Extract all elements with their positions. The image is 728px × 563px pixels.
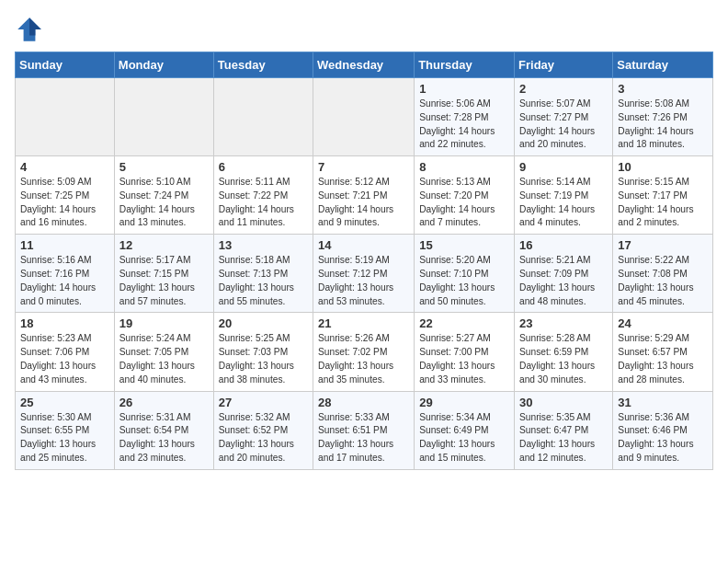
day-number: 15 (419, 238, 509, 252)
table-row: 10Sunrise: 5:15 AM Sunset: 7:17 PM Dayli… (613, 156, 713, 235)
day-number: 4 (20, 160, 109, 174)
weekday-header-friday: Friday (515, 52, 613, 78)
day-number: 31 (618, 396, 708, 409)
weekday-header-tuesday: Tuesday (213, 52, 313, 78)
table-row: 28Sunrise: 5:33 AM Sunset: 6:51 PM Dayli… (313, 391, 415, 469)
table-row: 20Sunrise: 5:25 AM Sunset: 7:03 PM Dayli… (213, 313, 313, 391)
day-number: 8 (419, 160, 509, 174)
page-header (15, 15, 713, 44)
table-row: 17Sunrise: 5:22 AM Sunset: 7:08 PM Dayli… (613, 235, 713, 313)
table-row: 2Sunrise: 5:07 AM Sunset: 7:27 PM Daylig… (515, 78, 613, 156)
day-info: Sunrise: 5:17 AM Sunset: 7:15 PM Dayligh… (119, 254, 209, 308)
day-info: Sunrise: 5:29 AM Sunset: 6:57 PM Dayligh… (618, 332, 708, 386)
day-number: 21 (318, 316, 409, 330)
day-info: Sunrise: 5:12 AM Sunset: 7:21 PM Dayligh… (318, 176, 409, 230)
table-row: 5Sunrise: 5:10 AM Sunset: 7:24 PM Daylig… (114, 156, 213, 235)
table-row (213, 78, 313, 156)
table-row: 13Sunrise: 5:18 AM Sunset: 7:13 PM Dayli… (213, 235, 313, 313)
table-row: 16Sunrise: 5:21 AM Sunset: 7:09 PM Dayli… (515, 235, 613, 313)
table-row: 14Sunrise: 5:19 AM Sunset: 7:12 PM Dayli… (313, 235, 415, 313)
table-row: 9Sunrise: 5:14 AM Sunset: 7:19 PM Daylig… (515, 156, 613, 235)
table-row: 12Sunrise: 5:17 AM Sunset: 7:15 PM Dayli… (114, 235, 213, 313)
weekday-header-saturday: Saturday (613, 52, 713, 78)
table-row: 25Sunrise: 5:30 AM Sunset: 6:55 PM Dayli… (16, 391, 115, 469)
day-info: Sunrise: 5:28 AM Sunset: 6:59 PM Dayligh… (519, 332, 608, 386)
day-number: 6 (219, 160, 308, 174)
day-number: 29 (419, 396, 509, 409)
calendar-body: 1Sunrise: 5:06 AM Sunset: 7:28 PM Daylig… (16, 78, 713, 470)
table-row: 1Sunrise: 5:06 AM Sunset: 7:28 PM Daylig… (415, 78, 515, 156)
day-number: 24 (618, 316, 708, 330)
day-info: Sunrise: 5:13 AM Sunset: 7:20 PM Dayligh… (419, 176, 509, 230)
day-number: 9 (519, 160, 608, 174)
day-info: Sunrise: 5:24 AM Sunset: 7:05 PM Dayligh… (119, 332, 209, 386)
day-number: 28 (318, 396, 409, 409)
day-info: Sunrise: 5:36 AM Sunset: 6:46 PM Dayligh… (618, 411, 708, 465)
day-info: Sunrise: 5:09 AM Sunset: 7:25 PM Dayligh… (20, 176, 109, 230)
table-row: 31Sunrise: 5:36 AM Sunset: 6:46 PM Dayli… (613, 391, 713, 469)
day-number: 27 (219, 396, 308, 409)
table-row: 19Sunrise: 5:24 AM Sunset: 7:05 PM Dayli… (114, 313, 213, 391)
logo (15, 15, 48, 44)
day-number: 3 (618, 82, 708, 96)
day-number: 22 (419, 316, 509, 330)
day-info: Sunrise: 5:16 AM Sunset: 7:16 PM Dayligh… (20, 254, 109, 308)
day-info: Sunrise: 5:08 AM Sunset: 7:26 PM Dayligh… (618, 98, 708, 152)
calendar-week-1: 1Sunrise: 5:06 AM Sunset: 7:28 PM Daylig… (16, 78, 713, 156)
day-number: 19 (119, 316, 209, 330)
day-number: 12 (119, 238, 209, 252)
day-info: Sunrise: 5:15 AM Sunset: 7:17 PM Dayligh… (618, 176, 708, 230)
table-row: 15Sunrise: 5:20 AM Sunset: 7:10 PM Dayli… (415, 235, 515, 313)
table-row: 4Sunrise: 5:09 AM Sunset: 7:25 PM Daylig… (16, 156, 115, 235)
table-row (313, 78, 415, 156)
day-info: Sunrise: 5:22 AM Sunset: 7:08 PM Dayligh… (618, 254, 708, 308)
svg-marker-1 (29, 17, 41, 35)
calendar-week-4: 18Sunrise: 5:23 AM Sunset: 7:06 PM Dayli… (16, 313, 713, 391)
day-number: 10 (618, 160, 708, 174)
day-number: 26 (119, 396, 209, 409)
weekday-header-monday: Monday (114, 52, 213, 78)
weekday-header-wednesday: Wednesday (313, 52, 415, 78)
day-info: Sunrise: 5:20 AM Sunset: 7:10 PM Dayligh… (419, 254, 509, 308)
day-number: 25 (20, 396, 109, 409)
weekday-header-row: SundayMondayTuesdayWednesdayThursdayFrid… (16, 52, 713, 78)
day-info: Sunrise: 5:27 AM Sunset: 7:00 PM Dayligh… (419, 332, 509, 386)
day-info: Sunrise: 5:21 AM Sunset: 7:09 PM Dayligh… (519, 254, 608, 308)
logo-icon (15, 15, 44, 44)
day-number: 23 (519, 316, 608, 330)
table-row: 18Sunrise: 5:23 AM Sunset: 7:06 PM Dayli… (16, 313, 115, 391)
table-row: 26Sunrise: 5:31 AM Sunset: 6:54 PM Dayli… (114, 391, 213, 469)
day-info: Sunrise: 5:14 AM Sunset: 7:19 PM Dayligh… (519, 176, 608, 230)
table-row (114, 78, 213, 156)
table-row: 24Sunrise: 5:29 AM Sunset: 6:57 PM Dayli… (613, 313, 713, 391)
day-number: 17 (618, 238, 708, 252)
table-row: 11Sunrise: 5:16 AM Sunset: 7:16 PM Dayli… (16, 235, 115, 313)
calendar-week-5: 25Sunrise: 5:30 AM Sunset: 6:55 PM Dayli… (16, 391, 713, 469)
calendar-week-3: 11Sunrise: 5:16 AM Sunset: 7:16 PM Dayli… (16, 235, 713, 313)
day-info: Sunrise: 5:26 AM Sunset: 7:02 PM Dayligh… (318, 332, 409, 386)
day-info: Sunrise: 5:32 AM Sunset: 6:52 PM Dayligh… (219, 411, 308, 465)
day-info: Sunrise: 5:35 AM Sunset: 6:47 PM Dayligh… (519, 411, 608, 465)
day-info: Sunrise: 5:06 AM Sunset: 7:28 PM Dayligh… (419, 98, 509, 152)
table-row: 6Sunrise: 5:11 AM Sunset: 7:22 PM Daylig… (213, 156, 313, 235)
day-number: 1 (419, 82, 509, 96)
day-info: Sunrise: 5:34 AM Sunset: 6:49 PM Dayligh… (419, 411, 509, 465)
table-row: 23Sunrise: 5:28 AM Sunset: 6:59 PM Dayli… (515, 313, 613, 391)
table-row: 30Sunrise: 5:35 AM Sunset: 6:47 PM Dayli… (515, 391, 613, 469)
day-info: Sunrise: 5:10 AM Sunset: 7:24 PM Dayligh… (119, 176, 209, 230)
day-number: 13 (219, 238, 308, 252)
calendar-week-2: 4Sunrise: 5:09 AM Sunset: 7:25 PM Daylig… (16, 156, 713, 235)
table-row: 3Sunrise: 5:08 AM Sunset: 7:26 PM Daylig… (613, 78, 713, 156)
table-row: 22Sunrise: 5:27 AM Sunset: 7:00 PM Dayli… (415, 313, 515, 391)
day-number: 2 (519, 82, 608, 96)
day-info: Sunrise: 5:31 AM Sunset: 6:54 PM Dayligh… (119, 411, 209, 465)
weekday-header-sunday: Sunday (16, 52, 115, 78)
table-row: 8Sunrise: 5:13 AM Sunset: 7:20 PM Daylig… (415, 156, 515, 235)
calendar-header: SundayMondayTuesdayWednesdayThursdayFrid… (16, 52, 713, 78)
weekday-header-thursday: Thursday (415, 52, 515, 78)
day-number: 20 (219, 316, 308, 330)
day-number: 30 (519, 396, 608, 409)
day-info: Sunrise: 5:30 AM Sunset: 6:55 PM Dayligh… (20, 411, 109, 465)
day-number: 11 (20, 238, 109, 252)
table-row (16, 78, 115, 156)
